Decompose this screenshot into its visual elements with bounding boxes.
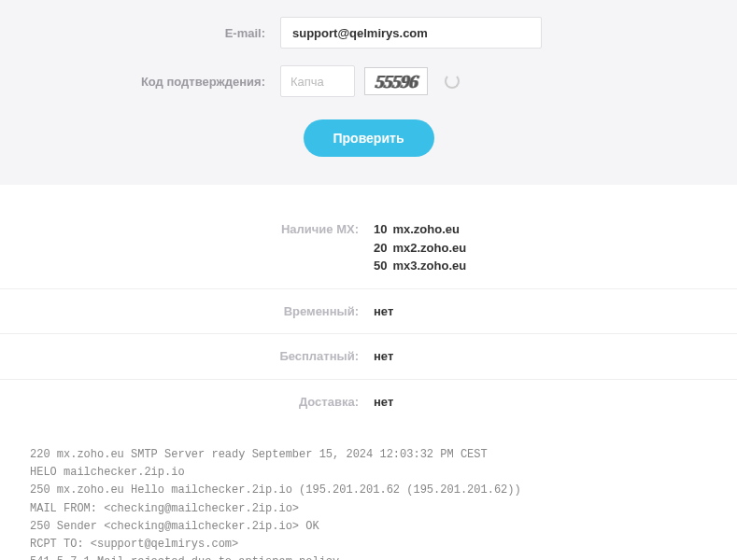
- email-label: E-mail:: [19, 26, 280, 40]
- temporary-row: Временный: нет: [0, 289, 737, 335]
- mx-record: 50mx3.zoho.eu: [374, 257, 466, 275]
- free-row: Бесплатный: нет: [0, 334, 737, 380]
- free-value: нет: [374, 347, 393, 366]
- delivery-value: нет: [374, 393, 393, 412]
- mx-priority: 10: [374, 220, 387, 239]
- mx-value: 10mx.zoho.eu20mx2.zoho.eu50mx3.zoho.eu: [374, 220, 466, 275]
- mx-label: Наличие MX:: [0, 220, 374, 236]
- captcha-input[interactable]: [280, 65, 355, 97]
- free-label: Бесплатный:: [0, 347, 374, 363]
- form-panel: E-mail: Код подтверждения: 55596 Провери…: [0, 0, 737, 185]
- results-panel: Наличие MX: 10mx.zoho.eu20mx2.zoho.eu50m…: [0, 185, 737, 424]
- mx-record: 20mx2.zoho.eu: [374, 239, 466, 258]
- mx-host: mx.zoho.eu: [392, 220, 460, 239]
- delivery-row: Доставка: нет: [0, 380, 737, 425]
- email-input[interactable]: [280, 17, 542, 49]
- delivery-label: Доставка:: [0, 393, 374, 409]
- mx-row: Наличие MX: 10mx.zoho.eu20mx2.zoho.eu50m…: [0, 192, 737, 289]
- mx-priority: 20: [374, 239, 387, 258]
- mx-host: mx2.zoho.eu: [392, 239, 466, 258]
- submit-row: Проверить: [19, 119, 718, 157]
- mx-record: 10mx.zoho.eu: [374, 220, 466, 239]
- captcha-text: 55596: [374, 71, 418, 92]
- captcha-row: Код подтверждения: 55596: [19, 65, 718, 97]
- mx-priority: 50: [374, 257, 387, 275]
- mx-host: mx3.zoho.eu: [392, 257, 466, 275]
- refresh-icon[interactable]: [445, 74, 460, 89]
- submit-button[interactable]: Проверить: [304, 119, 434, 157]
- temporary-value: нет: [374, 302, 393, 321]
- captcha-label: Код подтверждения:: [19, 75, 280, 89]
- temporary-label: Временный:: [0, 302, 374, 318]
- captcha-image: 55596: [364, 67, 428, 95]
- smtp-log: 220 mx.zoho.eu SMTP Server ready Septemb…: [21, 437, 716, 560]
- email-row: E-mail:: [19, 17, 718, 49]
